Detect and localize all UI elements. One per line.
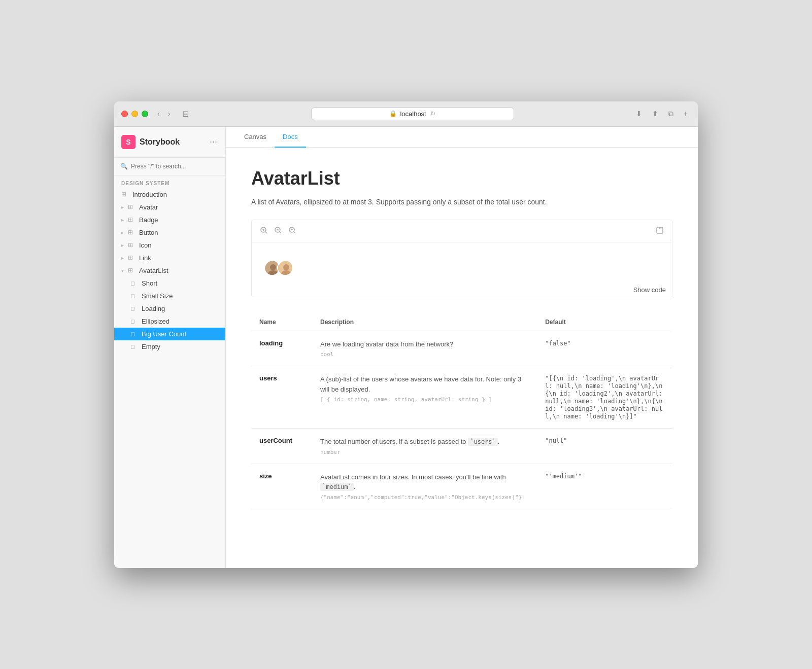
new-tab-button[interactable]: + bbox=[681, 109, 691, 119]
sidebar-item-icon[interactable]: ▸ ⊞ Icon bbox=[114, 239, 225, 252]
sidebar-item-label: Badge bbox=[139, 216, 158, 224]
page-title: AvatarList bbox=[251, 168, 672, 189]
expand-icon: ▸ bbox=[121, 242, 124, 248]
logo-letter: S bbox=[126, 138, 130, 146]
forward-button[interactable]: › bbox=[165, 109, 174, 119]
prop-default: "null" bbox=[537, 429, 672, 464]
sidebar-item-avatarlist[interactable]: ▾ ⊞ AvatarList bbox=[114, 264, 225, 277]
sidebar-item-label: Link bbox=[139, 254, 151, 262]
tab-docs[interactable]: Docs bbox=[275, 127, 306, 148]
col-name: Name bbox=[251, 313, 312, 331]
story-icon: ◻ bbox=[130, 305, 139, 312]
expand-icon: ▸ bbox=[121, 255, 124, 261]
sidebar-item-button[interactable]: ▸ ⊞ Button bbox=[114, 226, 225, 239]
table-row: userCount The total number of users, if … bbox=[251, 429, 672, 464]
prop-description: The total number of users, if a subset i… bbox=[312, 429, 537, 464]
sidebar-item-label: Short bbox=[142, 279, 157, 287]
traffic-lights bbox=[121, 111, 148, 117]
sidebar-item-link[interactable]: ▸ ⊞ Link bbox=[114, 252, 225, 264]
tab-canvas[interactable]: Canvas bbox=[236, 127, 275, 148]
table-row: size AvatarList comes in four sizes. In … bbox=[251, 464, 672, 509]
sidebar-item-empty[interactable]: ◻ Empty bbox=[114, 340, 225, 353]
prop-name: size bbox=[251, 464, 312, 509]
browser-titlebar: ‹ › ⊟ 🔒 localhost ↻ ⬇ ⬆ ⧉ + bbox=[114, 101, 698, 127]
fullscreen-button[interactable] bbox=[142, 111, 148, 117]
button-icon: ⊞ bbox=[128, 229, 136, 236]
zoom-reset-button[interactable] bbox=[286, 224, 298, 238]
back-button[interactable]: ‹ bbox=[154, 109, 163, 119]
search-input[interactable] bbox=[131, 163, 219, 170]
avatar-2 bbox=[277, 260, 293, 276]
svg-line-5 bbox=[280, 232, 281, 233]
prop-type: [ { id: string, name: string, avatarUrl:… bbox=[320, 396, 529, 403]
search-icon: 🔍 bbox=[120, 163, 128, 170]
avatarlist-icon: ⊞ bbox=[128, 267, 136, 274]
sidebar-item-ellipsized[interactable]: ◻ Ellipsized bbox=[114, 315, 225, 328]
table-row: users A (sub)-list of the users whose av… bbox=[251, 366, 672, 429]
sidebar-item-badge[interactable]: ▸ ⊞ Badge bbox=[114, 214, 225, 226]
sidebar-toggle[interactable]: ⊟ bbox=[179, 108, 192, 120]
prop-default: "'medium'" bbox=[537, 464, 672, 509]
prop-default: "[{\n id: 'loading',\n avatarUrl: null,\… bbox=[537, 366, 672, 429]
expand-icon: ▾ bbox=[121, 268, 124, 273]
logo-icon: S bbox=[121, 135, 136, 149]
zoom-out-icon bbox=[274, 226, 282, 234]
prop-type: number bbox=[320, 449, 529, 455]
docs-content: AvatarList A list of Avatars, ellipsized… bbox=[226, 148, 698, 568]
download-button[interactable]: ⬇ bbox=[633, 109, 645, 119]
props-table: Name Description Default loading Are we … bbox=[251, 313, 672, 509]
app-container: S Storybook ··· 🔍 Design System ⊞ Introd… bbox=[114, 127, 698, 568]
introduction-icon: ⊞ bbox=[121, 191, 129, 198]
prop-name: userCount bbox=[251, 429, 312, 464]
close-button[interactable] bbox=[121, 111, 128, 117]
tabs-bar: Canvas Docs bbox=[226, 127, 698, 148]
col-description: Description bbox=[312, 313, 537, 331]
sidebar-item-label: Loading bbox=[142, 305, 165, 312]
sidebar-item-smallsize[interactable]: ◻ Small Size bbox=[114, 290, 225, 302]
minimize-button[interactable] bbox=[131, 111, 138, 117]
sidebar-item-avatar[interactable]: ▸ ⊞ Avatar bbox=[114, 201, 225, 214]
reload-icon[interactable]: ↻ bbox=[430, 110, 435, 117]
preview-canvas bbox=[252, 242, 672, 283]
share-preview-button[interactable] bbox=[654, 224, 666, 238]
share-button[interactable]: ⬆ bbox=[649, 109, 661, 119]
sidebar-item-label: Introduction bbox=[132, 191, 167, 198]
prop-description: Are we loading avatar data from the netw… bbox=[312, 331, 537, 366]
avatar-icon: ⊞ bbox=[128, 203, 136, 210]
zoom-in-button[interactable] bbox=[258, 224, 270, 238]
story-icon: ◻ bbox=[130, 293, 139, 299]
sidebar-search: 🔍 bbox=[114, 158, 225, 175]
svg-line-1 bbox=[265, 232, 267, 233]
col-default: Default bbox=[537, 313, 672, 331]
sidebar-menu-button[interactable]: ··· bbox=[209, 135, 218, 148]
sidebar-item-short[interactable]: ◻ Short bbox=[114, 277, 225, 290]
table-row: loading Are we loading avatar data from … bbox=[251, 331, 672, 366]
sidebar-item-label: Empty bbox=[142, 343, 160, 350]
page-description: A list of Avatars, ellipsized to at most… bbox=[251, 196, 672, 207]
sidebar-item-label: Avatar bbox=[139, 203, 158, 211]
story-icon: ◻ bbox=[130, 331, 139, 337]
story-icon: ◻ bbox=[130, 318, 139, 325]
show-code-button[interactable]: Show code bbox=[633, 286, 666, 294]
sidebar-item-loading[interactable]: ◻ Loading bbox=[114, 302, 225, 315]
address-text: localhost bbox=[400, 110, 426, 118]
sidebar-item-label: Icon bbox=[139, 241, 152, 249]
avatar-face-2 bbox=[278, 261, 293, 276]
zoom-in-icon bbox=[260, 226, 268, 234]
prop-name: users bbox=[251, 366, 312, 429]
avatar-list bbox=[264, 260, 290, 276]
sidebar-item-bigusercount[interactable]: ◻ Big User Count bbox=[114, 328, 225, 340]
prop-type: bool bbox=[320, 351, 529, 358]
prop-description: AvatarList comes in four sizes. In most … bbox=[312, 464, 537, 509]
sidebar-item-label: Ellipsized bbox=[142, 318, 170, 325]
sidebar-item-introduction[interactable]: ⊞ Introduction bbox=[114, 188, 225, 201]
preview-box: Show code bbox=[251, 220, 672, 297]
address-bar[interactable]: 🔒 localhost ↻ bbox=[311, 108, 514, 120]
tabs-button[interactable]: ⧉ bbox=[665, 109, 676, 119]
expand-icon: ▸ bbox=[121, 230, 124, 235]
sidebar: S Storybook ··· 🔍 Design System ⊞ Introd… bbox=[114, 127, 226, 568]
icon-icon: ⊞ bbox=[128, 241, 136, 249]
zoom-out-button[interactable] bbox=[272, 224, 284, 238]
story-icon: ◻ bbox=[130, 280, 139, 287]
prop-type: {"name":"enum","computed":true,"value":"… bbox=[320, 494, 529, 501]
